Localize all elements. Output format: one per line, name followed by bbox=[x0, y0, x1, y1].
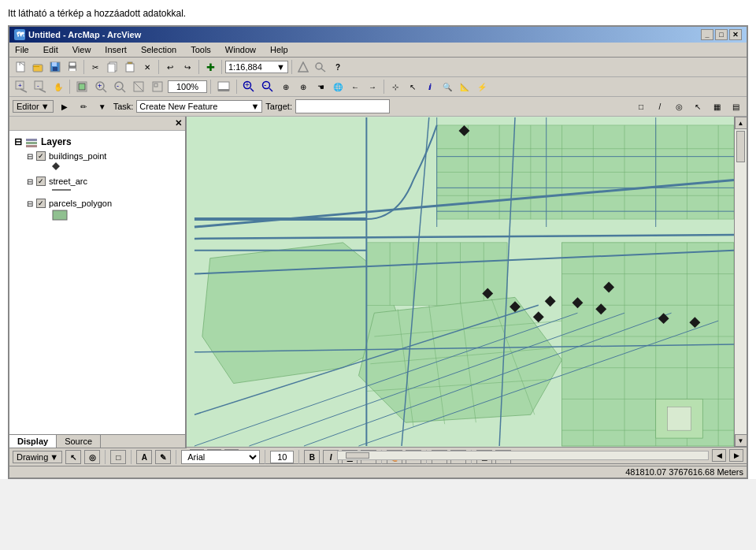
scroll-down-button[interactable]: ▼ bbox=[735, 434, 747, 447]
task-label: Task: bbox=[113, 102, 134, 111]
streets-checkbox[interactable]: ✓ bbox=[36, 177, 46, 186]
editor-btn3[interactable]: ◎ bbox=[671, 98, 687, 114]
parcels-expand[interactable]: ⊟ bbox=[27, 199, 33, 208]
target-box[interactable] bbox=[295, 99, 390, 113]
redo-button[interactable]: ↪ bbox=[180, 59, 195, 75]
menu-help[interactable]: Help bbox=[268, 44, 291, 55]
measure-tool[interactable]: 📐 bbox=[457, 79, 472, 95]
menu-window[interactable]: Window bbox=[223, 44, 258, 55]
editor-btn5[interactable]: ▦ bbox=[709, 98, 724, 114]
identify-button[interactable] bbox=[295, 59, 311, 75]
edit-dropdown[interactable]: ▼ bbox=[94, 98, 110, 114]
tab-display[interactable]: Display bbox=[9, 435, 57, 448]
buildings-expand[interactable]: ⊟ bbox=[27, 152, 33, 161]
menu-file[interactable]: File bbox=[13, 44, 32, 55]
editor-btn4[interactable]: ↖ bbox=[690, 98, 706, 114]
svg-text:-: - bbox=[264, 80, 266, 89]
pan-button[interactable]: ✋ bbox=[50, 79, 66, 95]
draw-edit-button[interactable]: ✎ bbox=[155, 450, 171, 464]
scale-box[interactable]: 1:16,884 ▼ bbox=[225, 61, 288, 73]
new-button[interactable] bbox=[13, 59, 28, 75]
scroll-left-button[interactable]: ◀ bbox=[712, 449, 726, 462]
full-extent-button[interactable] bbox=[73, 79, 91, 95]
pan-hand[interactable]: ☚ bbox=[313, 79, 328, 95]
scale-dropdown-arrow[interactable]: ▼ bbox=[276, 62, 285, 72]
drawing-dropdown[interactable]: Drawing ▼ bbox=[13, 451, 62, 463]
menu-view[interactable]: View bbox=[70, 44, 94, 55]
zoom-out-rect-button[interactable]: - bbox=[32, 79, 49, 95]
minimize-button[interactable]: _ bbox=[701, 29, 713, 40]
scroll-up-button[interactable]: ▲ bbox=[735, 117, 747, 129]
undo-button[interactable]: ↩ bbox=[162, 59, 178, 75]
scroll-right-button[interactable]: ▶ bbox=[729, 449, 743, 462]
svg-rect-45 bbox=[26, 142, 37, 144]
buildings-checkbox[interactable]: ✓ bbox=[36, 151, 46, 161]
svg-text:+: + bbox=[98, 82, 102, 90]
zoom-in-map[interactable]: + bbox=[240, 79, 258, 95]
save-button[interactable] bbox=[47, 59, 63, 75]
editor-btn6[interactable]: ▤ bbox=[728, 98, 743, 114]
find-button[interactable] bbox=[313, 59, 328, 75]
map-svg bbox=[187, 117, 734, 447]
fwd-extent[interactable]: → bbox=[365, 79, 380, 95]
layers-expand[interactable]: ⊟ bbox=[14, 136, 22, 147]
parcels-checkbox[interactable]: ✓ bbox=[36, 199, 46, 208]
paste-button[interactable] bbox=[122, 59, 138, 75]
editor-dropdown[interactable]: Editor ▼ bbox=[13, 100, 54, 113]
italic-button[interactable]: I bbox=[323, 450, 339, 464]
help-button[interactable]: ? bbox=[330, 59, 346, 75]
menu-selection[interactable]: Selection bbox=[139, 44, 179, 55]
back-extent[interactable]: ← bbox=[347, 79, 363, 95]
select-features[interactable]: ⊹ bbox=[387, 79, 403, 95]
fixed-zoom-out[interactable]: - bbox=[111, 79, 128, 95]
globe-button[interactable]: 🌐 bbox=[330, 79, 346, 95]
toolbar-tools: + - ✋ + - 100% bbox=[9, 77, 747, 97]
fixed-zoom-in[interactable]: + bbox=[92, 79, 109, 95]
maximize-button[interactable]: □ bbox=[715, 29, 728, 40]
task-select[interactable]: Create New Feature ▼ bbox=[136, 100, 262, 113]
open-button[interactable] bbox=[30, 59, 46, 75]
copy-button[interactable] bbox=[105, 59, 120, 75]
print-button[interactable] bbox=[65, 59, 80, 75]
map-area[interactable] bbox=[187, 117, 734, 447]
center-map[interactable]: ⊕ bbox=[295, 79, 311, 95]
editor-btn1[interactable]: □ bbox=[633, 98, 649, 114]
identify-tool[interactable]: ⅈ bbox=[422, 79, 438, 95]
export-map[interactable]: ⚡ bbox=[474, 79, 490, 95]
tab-source[interactable]: Source bbox=[57, 435, 101, 448]
svg-rect-44 bbox=[26, 139, 37, 141]
cut-button[interactable]: ✂ bbox=[87, 59, 103, 75]
vertical-scrollbar[interactable]: ▲ ▼ bbox=[734, 117, 747, 447]
data-frame-button[interactable] bbox=[214, 79, 233, 95]
zoom-out-map[interactable]: - bbox=[259, 79, 276, 95]
editor-btn2[interactable]: / bbox=[652, 98, 668, 114]
draw-rect-button[interactable]: □ bbox=[110, 450, 126, 464]
zoom-custom-button[interactable] bbox=[149, 79, 166, 95]
menu-tools[interactable]: Tools bbox=[188, 44, 213, 55]
add-data-button[interactable]: ✚ bbox=[202, 59, 218, 75]
draw-select-button[interactable]: ↖ bbox=[65, 450, 81, 464]
separator-4 bbox=[221, 60, 222, 74]
scroll-track-v[interactable] bbox=[735, 129, 747, 434]
menu-edit[interactable]: Edit bbox=[41, 44, 61, 55]
center-zoom[interactable]: ⊕ bbox=[278, 79, 294, 95]
zoom-in-rect-button[interactable]: + bbox=[13, 79, 30, 95]
streets-expand[interactable]: ⊟ bbox=[27, 177, 33, 186]
bold-button[interactable]: B bbox=[304, 450, 320, 464]
zoom-100-button[interactable] bbox=[130, 79, 147, 95]
toc-close-button[interactable]: ✕ bbox=[175, 118, 182, 128]
draw-text-button[interactable]: A bbox=[136, 450, 152, 464]
zoom-percent-box[interactable]: 100% bbox=[168, 80, 207, 93]
sketch-tool[interactable]: ▶ bbox=[57, 98, 72, 114]
window-title: Untitled - ArcMap - ArcView bbox=[28, 30, 141, 39]
edit-tool[interactable]: ✏ bbox=[76, 98, 91, 114]
svg-rect-35 bbox=[154, 84, 158, 87]
menu-insert[interactable]: Insert bbox=[102, 44, 129, 55]
find-place[interactable]: 🔍 bbox=[439, 79, 455, 95]
font-size-input[interactable] bbox=[270, 451, 294, 463]
delete-button[interactable]: ✕ bbox=[139, 59, 155, 75]
draw-rotate-button[interactable]: ◎ bbox=[84, 450, 100, 464]
select-arrow[interactable]: ↖ bbox=[405, 79, 421, 95]
font-name-select[interactable]: Arial bbox=[181, 450, 260, 464]
close-button[interactable]: ✕ bbox=[729, 29, 742, 40]
